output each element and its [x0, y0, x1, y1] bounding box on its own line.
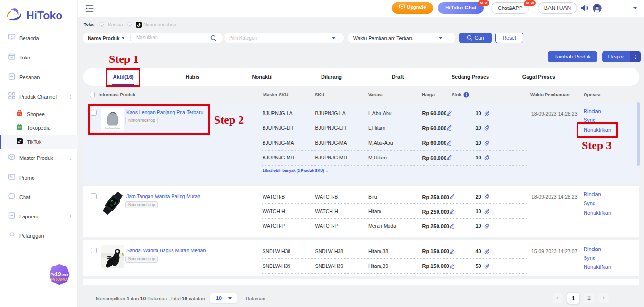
svg-text:S: S	[18, 112, 21, 116]
svg-text:HiToko: HiToko	[26, 9, 62, 22]
svg-text:PROMO: PROMO	[51, 277, 67, 282]
svg-text:.900: .900	[60, 273, 68, 277]
